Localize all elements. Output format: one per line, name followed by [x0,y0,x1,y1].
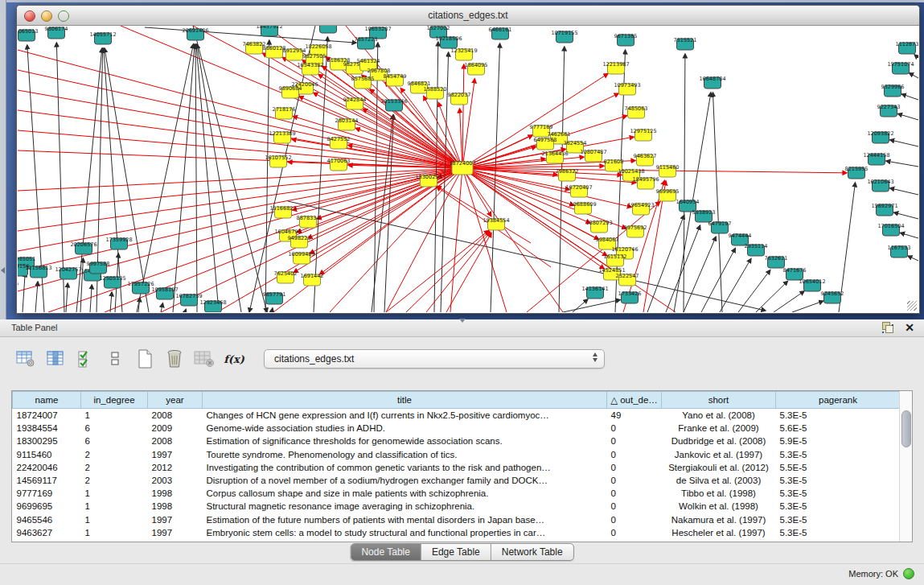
tab-edge-table[interactable]: Edge Table [421,544,491,560]
graph-node-label: 10973493 [614,82,640,89]
table-row[interactable]: 1938455462009Genome-wide association stu… [13,422,901,435]
scrollbar-thumb[interactable] [901,410,911,447]
close-window-button[interactable] [24,10,35,22]
graph-node-label: 9227343 [877,104,901,110]
table-settings-icon[interactable] [14,348,37,370]
network-view-window: citations_edges.txt 20650139806174140557… [16,5,920,314]
graph-node-label: 10654012 [799,278,825,285]
select-all-icon[interactable] [74,348,97,370]
network-canvas[interactable]: 2065013980617414055712206914061845792219… [18,26,918,312]
table-select[interactable]: citations_edges.txt [264,349,605,369]
table-row[interactable]: 911546021997Tourette syndrome. Phenomeno… [13,448,901,461]
tab-node-table[interactable]: Node Table [351,544,421,560]
memory-status-icon[interactable] [903,568,914,579]
graph-node-label: 18495796 [632,176,659,183]
graph-node-label: 9984067 [596,237,619,243]
table-row[interactable]: 1830029562008Estimation of significance … [13,435,901,447]
table-panel-title: Table Panel [11,323,58,332]
column-header-2[interactable]: year [148,392,203,409]
graph-node-label: 12213389 [269,130,295,137]
column-header-0[interactable]: name [13,392,81,409]
graph-node-label: 12213987 [602,61,629,68]
window-titlebar[interactable]: citations_edges.txt [17,6,919,26]
graph-node-label: 9115460 [656,164,680,171]
table-row[interactable]: 2242004622012Investigating the contribut… [13,461,901,474]
graph-node-label: 9329966 [881,84,905,90]
graph-node-label: 9975692 [624,225,647,231]
graph-node-label: 9827505 [303,53,326,60]
clear-selection-icon[interactable] [104,348,126,370]
graph-node-label: 10025438 [618,168,644,175]
new-file-icon[interactable] [133,348,156,370]
function-icon[interactable]: f(x) [223,348,245,370]
graph-node-label: 1615132 [604,253,627,260]
graph-node-label: 9997588 [87,261,110,267]
graph-node-label: 985051 [18,256,35,262]
tab-network-table[interactable]: Network Table [491,544,573,560]
graph-node-label: 8427552 [327,136,351,142]
graph-node-label: 7485063 [625,105,648,112]
graph-node-label: 15751074 [887,61,914,68]
graph-node-label: 19565358 [314,26,341,27]
show-columns-icon[interactable] [44,348,67,370]
graph-node-label: 21364436 [541,150,568,157]
table-row[interactable]: 1456911722003Disruption of a novel membe… [13,474,901,487]
table-row[interactable]: 977716911998Corpus callosum shape and si… [13,487,901,500]
column-header-4[interactable]: △ out_de… [607,392,662,409]
table-row[interactable]: 1872400712008Changes of HCN gene express… [13,409,901,422]
table-row[interactable]: 946362711997Embryonic stem cells: a mode… [13,526,901,539]
splitter-handle-icon[interactable] [459,319,466,323]
close-panel-icon[interactable]: ✕ [905,322,914,333]
graph-node-label: 8575685 [351,76,375,82]
table-panel-header: Table Panel ✕ [0,319,924,337]
graph-node-label: 14055712 [89,31,116,38]
graph-node-label: 6479197 [708,220,732,227]
graph-node-label: 12093822 [867,130,893,137]
delete-table-icon [193,348,216,370]
network-graph[interactable]: 2065013980617414055712206914061845792219… [18,26,918,312]
float-panel-icon[interactable] [882,322,893,333]
graph-node-label: 16648784 [699,76,725,82]
graph-node-label: 9890684 [279,85,302,92]
graph-node-label: 9498223 [288,235,311,241]
attribute-table: namein_degreeyeartitle△ out_de…shortpage… [11,390,913,542]
column-header-6[interactable]: pagerank [776,392,901,409]
window-resize-grip[interactable] [907,301,917,311]
graph-node-label: 9463627 [634,153,657,159]
memory-status-label: Memory: OK [848,569,898,579]
column-header-1[interactable]: in_degree [81,392,148,409]
graph-node-label: 1112873 [896,41,918,47]
graph-node-label: 9474444 [729,233,752,239]
graph-node-label: 8471676 [783,267,807,274]
graph-node-label: 9242844 [343,97,367,103]
column-header-5[interactable]: short [662,392,776,409]
graph-node-label: 9699695 [656,188,680,195]
graph-node-label: 10653287 [364,26,391,32]
delete-icon[interactable] [163,348,186,370]
graph-node[interactable] [320,26,337,33]
graph-node-label: 1167533 [888,245,911,251]
table-mode-tabs: Node Table Edge Table Network Table [350,543,573,561]
graph-node-label: 9245652 [821,290,844,297]
graph-node-label: 2065013 [18,28,38,35]
graph-node-label: 19218506 [435,35,462,42]
window-title: citations_edges.txt [428,10,507,21]
graph-node-label: 7632621 [765,255,788,262]
graph-node-label: 16046796 [274,229,301,235]
vertical-scrollbar[interactable] [899,391,912,542]
minimize-window-button[interactable] [41,10,52,22]
graph-node-label: 10719155 [551,30,577,36]
panel-collapse-arrow-icon[interactable] [1,267,5,274]
graph-node-label: 18724007 [449,160,475,167]
graph-node-label: 1864095 [465,62,488,68]
graph-node-label: 18226058 [305,43,331,50]
graph-node-label: 16210643 [867,179,893,185]
window-controls [24,10,69,22]
table-row[interactable]: 946554611997Estimation of the future num… [13,513,901,526]
column-header-3[interactable]: title [203,392,607,409]
zoom-window-button[interactable] [58,10,69,22]
network-desktop: citations_edges.txt 20650139806174140557… [0,0,924,319]
table-row[interactable]: 969969511998Structural magnetic resonanc… [13,500,901,513]
graph-node-label: 16107552 [265,154,291,161]
graph-node-label: 9806174 [45,26,68,32]
